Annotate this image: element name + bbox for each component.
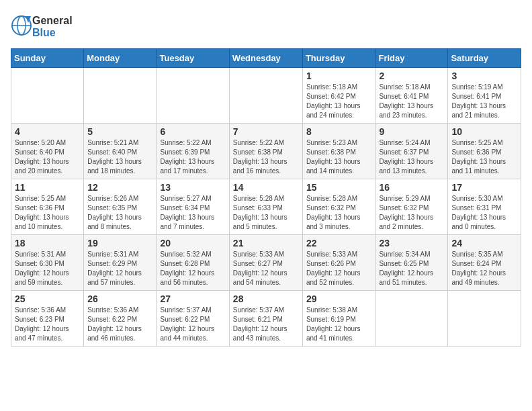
day-number: 21	[233, 238, 299, 248]
calendar-cell	[11, 68, 84, 124]
day-info: Sunrise: 5:24 AM Sunset: 6:37 PM Dayligh…	[379, 138, 444, 176]
calendar-cell: 22Sunrise: 5:33 AM Sunset: 6:26 PM Dayli…	[302, 235, 375, 291]
day-number: 7	[233, 126, 299, 137]
calendar-cell: 5Sunrise: 5:21 AM Sunset: 6:40 PM Daylig…	[84, 124, 157, 179]
day-number: 3	[451, 71, 517, 81]
day-info: Sunrise: 5:21 AM Sunset: 6:40 PM Dayligh…	[87, 138, 152, 176]
calendar-cell: 15Sunrise: 5:28 AM Sunset: 6:32 PM Dayli…	[302, 179, 375, 235]
calendar-cell	[229, 68, 302, 124]
calendar-cell: 23Sunrise: 5:34 AM Sunset: 6:25 PM Dayli…	[375, 235, 448, 291]
calendar-cell	[448, 291, 521, 347]
calendar-cell	[375, 291, 448, 347]
day-number: 20	[160, 238, 225, 248]
day-info: Sunrise: 5:20 AM Sunset: 6:40 PM Dayligh…	[15, 138, 80, 176]
weekday-header: Friday	[375, 49, 448, 68]
weekday-header: Saturday	[448, 49, 521, 68]
day-info: Sunrise: 5:25 AM Sunset: 6:36 PM Dayligh…	[15, 194, 80, 232]
day-info: Sunrise: 5:28 AM Sunset: 6:32 PM Dayligh…	[306, 194, 372, 232]
day-number: 4	[15, 126, 80, 137]
calendar-cell: 1Sunrise: 5:18 AM Sunset: 6:42 PM Daylig…	[302, 68, 375, 124]
day-info: Sunrise: 5:33 AM Sunset: 6:27 PM Dayligh…	[233, 250, 299, 287]
calendar-week-row: 11Sunrise: 5:25 AM Sunset: 6:36 PM Dayli…	[11, 179, 521, 235]
day-number: 25	[15, 293, 80, 304]
day-number: 16	[379, 182, 444, 193]
calendar-cell: 2Sunrise: 5:18 AM Sunset: 6:41 PM Daylig…	[375, 68, 448, 124]
header: GeneralBlue	[11, 11, 521, 40]
day-info: Sunrise: 5:37 AM Sunset: 6:22 PM Dayligh…	[160, 306, 225, 343]
calendar-cell: 21Sunrise: 5:33 AM Sunset: 6:27 PM Dayli…	[229, 235, 302, 291]
day-info: Sunrise: 5:31 AM Sunset: 6:30 PM Dayligh…	[15, 250, 80, 287]
calendar-cell: 20Sunrise: 5:32 AM Sunset: 6:28 PM Dayli…	[157, 235, 229, 291]
day-number: 29	[306, 293, 372, 304]
day-number: 9	[379, 126, 444, 137]
calendar-cell: 3Sunrise: 5:19 AM Sunset: 6:41 PM Daylig…	[448, 68, 521, 124]
day-info: Sunrise: 5:25 AM Sunset: 6:36 PM Dayligh…	[451, 138, 517, 176]
day-info: Sunrise: 5:38 AM Sunset: 6:19 PM Dayligh…	[306, 306, 372, 343]
calendar-cell: 25Sunrise: 5:36 AM Sunset: 6:23 PM Dayli…	[11, 291, 84, 347]
calendar-cell: 13Sunrise: 5:27 AM Sunset: 6:34 PM Dayli…	[157, 179, 229, 235]
day-number: 12	[87, 182, 152, 193]
calendar-cell: 16Sunrise: 5:29 AM Sunset: 6:32 PM Dayli…	[375, 179, 448, 235]
calendar-cell: 28Sunrise: 5:37 AM Sunset: 6:21 PM Dayli…	[229, 291, 302, 347]
day-info: Sunrise: 5:22 AM Sunset: 6:38 PM Dayligh…	[233, 138, 299, 176]
calendar-cell: 27Sunrise: 5:37 AM Sunset: 6:22 PM Dayli…	[157, 291, 229, 347]
calendar-cell: 26Sunrise: 5:36 AM Sunset: 6:22 PM Dayli…	[84, 291, 157, 347]
calendar-cell: 11Sunrise: 5:25 AM Sunset: 6:36 PM Dayli…	[11, 179, 84, 235]
day-number: 11	[15, 182, 80, 193]
calendar-cell: 29Sunrise: 5:38 AM Sunset: 6:19 PM Dayli…	[302, 291, 375, 347]
day-number: 15	[306, 182, 372, 193]
day-number: 18	[15, 238, 80, 248]
svg-text:Blue: Blue	[32, 27, 56, 38]
day-number: 1	[306, 71, 372, 81]
day-info: Sunrise: 5:33 AM Sunset: 6:26 PM Dayligh…	[306, 250, 372, 287]
calendar-cell: 10Sunrise: 5:25 AM Sunset: 6:36 PM Dayli…	[448, 124, 521, 179]
day-number: 13	[160, 182, 225, 193]
day-info: Sunrise: 5:22 AM Sunset: 6:39 PM Dayligh…	[160, 138, 225, 176]
calendar-cell: 8Sunrise: 5:23 AM Sunset: 6:38 PM Daylig…	[302, 124, 375, 179]
day-info: Sunrise: 5:29 AM Sunset: 6:32 PM Dayligh…	[379, 194, 444, 232]
day-info: Sunrise: 5:32 AM Sunset: 6:28 PM Dayligh…	[160, 250, 225, 287]
day-number: 19	[87, 238, 152, 248]
day-number: 17	[451, 182, 517, 193]
day-number: 26	[87, 293, 152, 304]
calendar-cell: 6Sunrise: 5:22 AM Sunset: 6:39 PM Daylig…	[157, 124, 229, 179]
day-info: Sunrise: 5:37 AM Sunset: 6:21 PM Dayligh…	[233, 306, 299, 343]
calendar-cell: 19Sunrise: 5:31 AM Sunset: 6:29 PM Dayli…	[84, 235, 157, 291]
day-info: Sunrise: 5:19 AM Sunset: 6:41 PM Dayligh…	[451, 83, 517, 120]
day-number: 23	[379, 238, 444, 248]
day-number: 2	[379, 71, 444, 81]
day-number: 24	[451, 238, 517, 248]
day-info: Sunrise: 5:35 AM Sunset: 6:24 PM Dayligh…	[451, 250, 517, 287]
day-info: Sunrise: 5:31 AM Sunset: 6:29 PM Dayligh…	[87, 250, 152, 287]
calendar-cell: 14Sunrise: 5:28 AM Sunset: 6:33 PM Dayli…	[229, 179, 302, 235]
logo-svg: GeneralBlue	[11, 11, 85, 40]
calendar-cell: 9Sunrise: 5:24 AM Sunset: 6:37 PM Daylig…	[375, 124, 448, 179]
day-info: Sunrise: 5:23 AM Sunset: 6:38 PM Dayligh…	[306, 138, 372, 176]
calendar-table: SundayMondayTuesdayWednesdayThursdayFrid…	[11, 48, 521, 347]
day-number: 8	[306, 126, 372, 137]
day-info: Sunrise: 5:36 AM Sunset: 6:22 PM Dayligh…	[87, 306, 152, 343]
calendar-week-row: 18Sunrise: 5:31 AM Sunset: 6:30 PM Dayli…	[11, 235, 521, 291]
day-number: 5	[87, 126, 152, 137]
day-info: Sunrise: 5:30 AM Sunset: 6:31 PM Dayligh…	[451, 194, 517, 232]
calendar-header-row: SundayMondayTuesdayWednesdayThursdayFrid…	[11, 49, 521, 68]
calendar-week-row: 25Sunrise: 5:36 AM Sunset: 6:23 PM Dayli…	[11, 291, 521, 347]
day-info: Sunrise: 5:27 AM Sunset: 6:34 PM Dayligh…	[160, 194, 225, 232]
day-info: Sunrise: 5:36 AM Sunset: 6:23 PM Dayligh…	[15, 306, 80, 343]
day-number: 27	[160, 293, 225, 304]
day-number: 22	[306, 238, 372, 248]
logo: GeneralBlue	[11, 11, 85, 40]
day-info: Sunrise: 5:28 AM Sunset: 6:33 PM Dayligh…	[233, 194, 299, 232]
weekday-header: Thursday	[302, 49, 375, 68]
calendar-cell: 18Sunrise: 5:31 AM Sunset: 6:30 PM Dayli…	[11, 235, 84, 291]
weekday-header: Sunday	[11, 49, 84, 68]
calendar-cell: 17Sunrise: 5:30 AM Sunset: 6:31 PM Dayli…	[448, 179, 521, 235]
day-number: 14	[233, 182, 299, 193]
day-info: Sunrise: 5:18 AM Sunset: 6:41 PM Dayligh…	[379, 83, 444, 120]
day-info: Sunrise: 5:18 AM Sunset: 6:42 PM Dayligh…	[306, 83, 372, 120]
calendar-cell: 12Sunrise: 5:26 AM Sunset: 6:35 PM Dayli…	[84, 179, 157, 235]
calendar-cell	[157, 68, 229, 124]
calendar-week-row: 1Sunrise: 5:18 AM Sunset: 6:42 PM Daylig…	[11, 68, 521, 124]
day-number: 28	[233, 293, 299, 304]
calendar-cell	[84, 68, 157, 124]
